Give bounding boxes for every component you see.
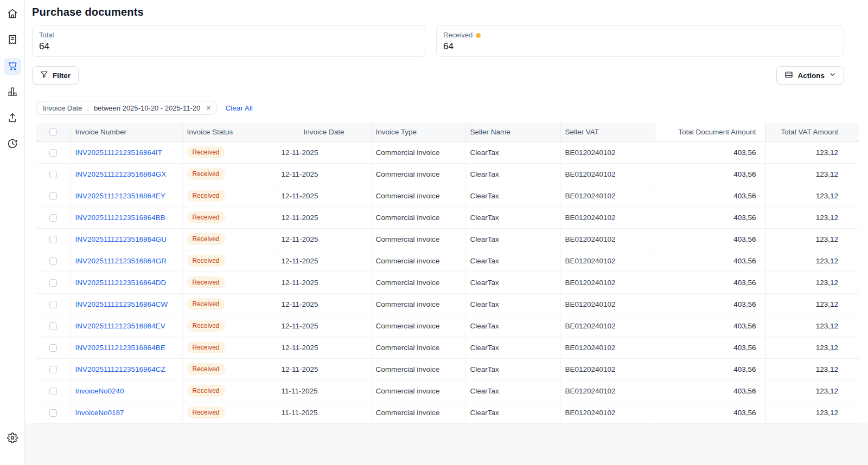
sidebar-item-home[interactable]: [4, 6, 21, 23]
stat-received-label: Received: [443, 31, 837, 40]
invoice-type-cell: Commercial invoice: [371, 163, 465, 185]
invoice-number-link[interactable]: INV20251112123516864BB: [75, 214, 165, 222]
invoice-status-cell: Received: [182, 402, 277, 423]
row-select-cell: [36, 272, 71, 293]
row-checkbox[interactable]: [49, 366, 57, 373]
invoice-number-cell: INV20251112123516864EV: [71, 315, 182, 337]
total-vat-amount-cell: 123,12: [765, 163, 859, 185]
column-header-invoice-type[interactable]: Invoice Type: [371, 123, 465, 141]
total-vat-amount-cell: 123,12: [765, 141, 859, 163]
table-row: INV20251112123516864GR Received 12-11-20…: [36, 250, 859, 272]
sidebar-item-documents[interactable]: [4, 32, 21, 49]
seller-vat-cell: BE0120240102: [560, 228, 655, 250]
invoice-number-link[interactable]: INV20251112123516864BE: [75, 344, 165, 352]
row-select-cell: [36, 185, 71, 206]
table-row: INV20251112123516864GU Received 12-11-20…: [36, 228, 859, 250]
column-header-total-vat-amount[interactable]: Total VAT Amount: [765, 123, 859, 141]
receipt-icon: [7, 34, 18, 47]
sidebar: [0, 0, 25, 465]
invoice-status-cell: Received: [182, 163, 277, 185]
invoice-number-link[interactable]: InvoiceNo0240: [75, 387, 124, 395]
column-header-seller-vat[interactable]: Seller VAT: [560, 123, 655, 141]
row-select-cell: [36, 358, 71, 380]
invoice-number-link[interactable]: INV20251112123516864GU: [75, 235, 167, 243]
table-row: InvoiceNo0240 Received 11-11-2025 Commer…: [36, 380, 859, 402]
total-document-amount-cell: 403,56: [655, 337, 765, 358]
actions-button-label: Actions: [797, 72, 825, 80]
row-checkbox[interactable]: [49, 149, 57, 157]
row-checkbox[interactable]: [49, 409, 57, 417]
total-vat-amount-cell: 123,12: [765, 293, 859, 315]
invoice-number-link[interactable]: INV20251112123516864CW: [75, 300, 168, 308]
filter-button-label: Filter: [53, 72, 71, 80]
invoice-type-cell: Commercial invoice: [371, 380, 465, 402]
sidebar-item-upload[interactable]: [4, 110, 21, 127]
invoice-number-link[interactable]: InvoiceNo0187: [75, 409, 124, 417]
row-checkbox[interactable]: [49, 192, 57, 200]
invoice-number-link[interactable]: INV20251112123516864DD: [75, 279, 167, 287]
invoice-type-cell: Commercial invoice: [371, 293, 465, 315]
row-checkbox[interactable]: [49, 279, 57, 287]
chevron-down-icon: [829, 71, 836, 80]
actions-button[interactable]: Actions: [776, 66, 844, 85]
total-vat-amount-cell: 123,12: [765, 272, 859, 293]
invoice-number-link[interactable]: INV20251112123516864GX: [75, 170, 167, 178]
row-checkbox[interactable]: [49, 301, 57, 308]
column-header-total-document-amount[interactable]: Total Document Amount: [655, 123, 765, 141]
sidebar-item-settings[interactable]: [4, 430, 21, 448]
seller-name-cell: ClearTax: [465, 293, 560, 315]
upload-icon: [7, 112, 18, 125]
column-header-seller-name[interactable]: Seller Name: [465, 123, 560, 141]
row-checkbox[interactable]: [49, 257, 57, 265]
total-document-amount-cell: 403,56: [655, 206, 765, 228]
row-checkbox[interactable]: [49, 344, 57, 352]
column-header-invoice-status[interactable]: Invoice Status: [182, 123, 277, 141]
invoice-number-link[interactable]: INV20251112123516864EY: [75, 192, 165, 200]
cart-icon: [7, 60, 18, 73]
row-checkbox[interactable]: [49, 236, 57, 243]
seller-name-cell: ClearTax: [465, 272, 560, 293]
select-all-checkbox[interactable]: [49, 128, 57, 136]
invoice-date-cell: 11-11-2025: [277, 402, 371, 423]
invoice-type-cell: Commercial invoice: [371, 315, 465, 337]
seller-name-cell: ClearTax: [465, 380, 560, 402]
clear-all-filters-link[interactable]: Clear All: [225, 104, 252, 112]
invoice-type-cell: Commercial invoice: [371, 358, 465, 380]
row-checkbox[interactable]: [49, 171, 57, 178]
table-row: INV20251112123516864BE Received 12-11-20…: [36, 337, 859, 358]
invoice-type-cell: Commercial invoice: [371, 185, 465, 206]
invoice-number-cell: INV20251112123516864BB: [71, 206, 182, 228]
filter-button[interactable]: Filter: [32, 66, 79, 85]
seller-name-cell: ClearTax: [465, 163, 560, 185]
row-checkbox[interactable]: [49, 322, 57, 330]
table-row: InvoiceNo0187 Received 11-11-2025 Commer…: [36, 402, 859, 423]
row-checkbox[interactable]: [49, 214, 57, 222]
seller-vat-cell: BE0120240102: [560, 185, 655, 206]
filter-chip-separator: :: [87, 104, 89, 112]
funnel-icon: [40, 70, 48, 80]
sidebar-item-reports[interactable]: [4, 84, 21, 101]
invoice-number-link[interactable]: INV20251112123516864EV: [75, 322, 165, 330]
total-document-amount-cell: 403,56: [655, 293, 765, 315]
invoice-number-link[interactable]: INV20251112123516864CZ: [75, 365, 165, 373]
toolbar: Filter Actions: [32, 66, 844, 85]
select-all-header[interactable]: [36, 123, 71, 141]
row-select-cell: [36, 163, 71, 185]
invoice-status-cell: Received: [182, 250, 277, 272]
sidebar-item-purchases[interactable]: [4, 58, 21, 75]
filter-chip-close-icon[interactable]: ×: [205, 104, 210, 112]
stat-card-received: Received 64: [436, 25, 844, 57]
seller-vat-cell: BE0120240102: [560, 315, 655, 337]
seller-name-cell: ClearTax: [465, 337, 560, 358]
invoice-number-link[interactable]: INV20251112123516864GR: [75, 257, 167, 265]
invoice-number-link[interactable]: INV20251112123516864IT: [75, 148, 162, 157]
row-checkbox[interactable]: [49, 388, 57, 395]
filter-chip-invoice-date[interactable]: Invoice Date : between 2025-10-20 - 2025…: [36, 101, 218, 115]
total-vat-amount-cell: 123,12: [765, 250, 859, 272]
stat-total-value: 64: [39, 41, 418, 52]
seller-name-cell: ClearTax: [465, 315, 560, 337]
sidebar-item-history[interactable]: [4, 136, 21, 153]
column-header-invoice-number[interactable]: Invoice Number: [71, 123, 182, 141]
column-header-invoice-date[interactable]: Invoice Date: [277, 123, 371, 141]
row-select-cell: [36, 250, 71, 272]
